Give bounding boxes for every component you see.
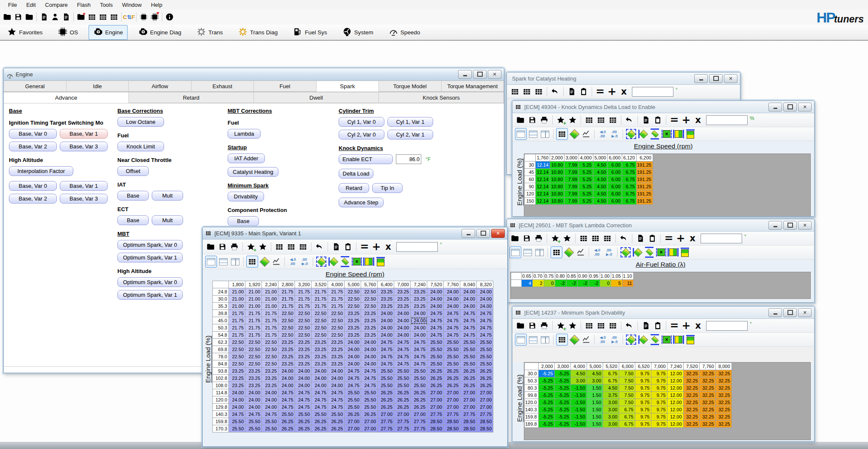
column-header[interactable]: 1,920 [245, 281, 262, 288]
open-icon[interactable] [515, 114, 526, 125]
column-header[interactable]: 0.65 [522, 273, 533, 280]
table-cell[interactable]: 22.50 [245, 360, 262, 368]
column-header[interactable]: 5,000 [345, 281, 361, 288]
column-header[interactable]: 7,520 [683, 363, 699, 370]
copy-icon[interactable] [640, 320, 651, 331]
table-cell[interactable]: 24.00 [361, 339, 378, 346]
column-header[interactable]: 1.10 [622, 273, 633, 280]
print-icon[interactable] [229, 241, 240, 252]
table-cell[interactable]: 21.75 [245, 324, 262, 332]
table-cell[interactable]: 23.25 [345, 324, 361, 332]
table-cell[interactable]: 7.99 [565, 162, 579, 169]
table-cell[interactable]: -5.25 [538, 413, 554, 421]
table-cell[interactable]: 23.25 [411, 303, 427, 310]
add-icon[interactable]: + [606, 86, 618, 97]
button-base-var2[interactable]: Base, Var 2 [9, 142, 57, 151]
table-cell[interactable]: 25.50 [427, 353, 444, 360]
row-header[interactable]: 30.0 [525, 370, 539, 377]
lock-region-icon[interactable]: × [351, 256, 362, 267]
button-ha-base-var1[interactable]: Base, Var 1 [60, 181, 108, 191]
column-header[interactable]: 8,000 [715, 363, 732, 370]
table-cell[interactable]: 23.25 [312, 339, 328, 346]
copy-icon[interactable] [566, 86, 577, 97]
table-cell[interactable]: 6.75 [603, 370, 619, 377]
table-cell[interactable]: 7.99 [565, 176, 579, 183]
table-cell[interactable]: 3.00 [603, 421, 619, 428]
table-cell[interactable]: 21.00 [245, 296, 262, 303]
table-cell[interactable]: 24.75 [411, 360, 427, 368]
column-header[interactable]: 3,200 [295, 281, 312, 288]
multiply-icon[interactable]: x [687, 233, 698, 244]
table-cell[interactable]: 25.50 [460, 353, 477, 360]
table-cell[interactable]: 27.00 [427, 396, 444, 404]
row-header[interactable]: 24.8 [213, 288, 229, 296]
table-cell[interactable]: 23.25 [394, 303, 411, 310]
close-button[interactable]: ✕ [724, 74, 737, 83]
compare-b-icon[interactable] [286, 241, 297, 252]
table-cell[interactable]: 23.25 [328, 346, 345, 353]
table-cell[interactable]: 4.50 [603, 385, 619, 392]
table-cell[interactable]: 21.00 [262, 296, 278, 303]
table-cell[interactable]: 25.50 [477, 339, 493, 346]
table-cell[interactable]: 191.25 [637, 169, 653, 176]
table-cell[interactable]: 26.25 [312, 418, 328, 425]
button-tip-in[interactable]: Tip In [372, 183, 403, 193]
table-cell[interactable]: 9.75 [635, 377, 651, 385]
table-cell[interactable]: -5.25 [554, 406, 570, 413]
table-cell[interactable]: 22.50 [295, 324, 312, 332]
swap-map-icon[interactable] [339, 256, 351, 267]
table-cell[interactable]: 24.75 [477, 332, 493, 339]
favorite-remove-icon[interactable] [257, 241, 268, 252]
table-cell[interactable]: 22.50 [278, 317, 295, 324]
set-equal-icon[interactable]: = [669, 114, 680, 125]
table-cell[interactable]: 9.75 [651, 421, 667, 428]
compare-swap-icon[interactable]: C⇅F [123, 11, 134, 22]
print-icon[interactable] [539, 114, 550, 125]
table-cell[interactable]: 28.50 [427, 425, 444, 432]
table-cell[interactable]: 22.50 [328, 317, 345, 324]
table-cell[interactable]: 25.50 [262, 418, 278, 425]
table-cell[interactable]: 24.00 [278, 368, 295, 375]
favorite-add-icon[interactable]: + [555, 320, 566, 331]
button-iat-mult[interactable]: Mult [152, 191, 183, 201]
view-split-h-icon[interactable] [522, 247, 533, 258]
table-cell[interactable]: 12.00 [667, 421, 683, 428]
table-cell[interactable]: -2 [589, 280, 600, 287]
table-cell[interactable]: 24.75 [460, 317, 477, 324]
table-cell[interactable]: 25.50 [427, 339, 444, 346]
table-cell[interactable]: 25.50 [394, 368, 411, 375]
table-cell[interactable]: 25.50 [278, 411, 295, 418]
nav-tab-engine-diag[interactable]: Engine Diag [134, 25, 186, 40]
table-cell[interactable]: 32.25 [683, 406, 699, 413]
print-icon[interactable] [539, 320, 550, 331]
table-cell[interactable]: 21.00 [229, 296, 245, 303]
copy-map-icon[interactable] [620, 247, 631, 258]
table-cell[interactable]: 24.00 [262, 389, 278, 396]
view-single-icon[interactable] [515, 128, 527, 140]
table-cell[interactable]: 26.25 [427, 382, 444, 389]
save-disabled-icon[interactable] [217, 241, 228, 252]
table-cell[interactable]: 12.00 [667, 370, 683, 377]
column-header[interactable]: 1.05 [611, 273, 622, 280]
compare-region-icon[interactable] [679, 247, 690, 258]
column-header[interactable]: 0.90 [578, 273, 589, 280]
button-cyl1-var0[interactable]: Cyl 1, Var 0 [339, 117, 384, 127]
table-cell[interactable]: 22.50 [328, 324, 345, 332]
table-cell[interactable]: 32.25 [699, 370, 715, 377]
table-cell[interactable]: 24.75 [378, 360, 394, 368]
tab-torque-management[interactable]: Torque Management [442, 81, 504, 92]
table-cell[interactable]: 24.00 [328, 382, 345, 389]
table-cell[interactable]: 24.75 [295, 404, 312, 411]
column-header[interactable]: 2,800 [278, 281, 295, 288]
table-cell[interactable]: -1.50 [570, 399, 587, 406]
table-cell[interactable]: 25.50 [378, 375, 394, 382]
table-cell[interactable]: 24.75 [411, 346, 427, 353]
minimize-button[interactable] [768, 103, 782, 112]
table-cell[interactable]: 23.25 [361, 324, 378, 332]
tab-idle[interactable]: Idle [67, 81, 129, 92]
view-split-h-icon[interactable] [528, 334, 539, 345]
view-single-icon[interactable] [515, 334, 527, 346]
compare-region-icon[interactable] [375, 256, 386, 267]
table-cell[interactable]: 27.00 [444, 396, 460, 404]
swap-map-icon[interactable] [644, 247, 655, 258]
